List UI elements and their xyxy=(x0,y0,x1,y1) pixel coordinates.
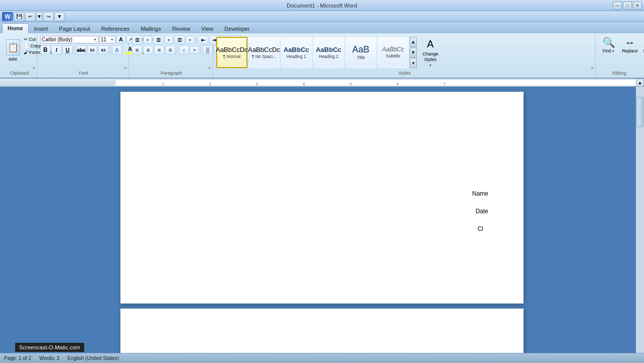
style-subtitle-label: Subtitle xyxy=(386,53,400,58)
align-center-button[interactable]: ≡ xyxy=(143,45,153,54)
maximize-button[interactable]: □ xyxy=(623,2,632,10)
bullets-button[interactable]: ☰ xyxy=(132,35,142,44)
scroll-up-button[interactable]: ▲ xyxy=(636,79,644,87)
font-expand-btn[interactable]: ↗ xyxy=(122,66,127,71)
numbering-dropdown[interactable]: ▼ xyxy=(164,36,173,44)
change-styles-icon: A xyxy=(427,37,433,50)
tab-references[interactable]: References xyxy=(96,24,135,33)
change-styles-button[interactable]: A ChangeStyles ▼ xyxy=(418,37,443,68)
doc-date-field: Date xyxy=(476,208,488,215)
subscript-button[interactable]: x2 xyxy=(87,45,97,54)
cut-label: Cut xyxy=(29,37,36,42)
bold-button[interactable]: B xyxy=(40,45,50,54)
styles-expand-dialog-btn[interactable]: ↗ xyxy=(589,66,594,71)
numbering-button[interactable]: ☰ xyxy=(153,35,163,44)
multilevel-dropdown[interactable]: ▼ xyxy=(185,36,195,44)
styles-scroll-down-btn[interactable]: ▼ xyxy=(410,47,417,57)
cut-icon: ✂ xyxy=(24,37,28,42)
paste-button[interactable]: 📋 aste xyxy=(4,35,22,66)
style-heading1-label: Heading 1 xyxy=(287,54,306,59)
tab-developer[interactable]: Developer xyxy=(219,24,255,33)
multilevel-button[interactable]: ☰ xyxy=(174,35,184,44)
tab-mailings[interactable]: Mailings xyxy=(135,24,166,33)
bullets-dropdown[interactable]: ▼ xyxy=(143,36,152,44)
document-page-1[interactable]: Name Date Cl xyxy=(120,92,524,304)
font-size-value: 11 xyxy=(101,37,106,42)
close-button[interactable]: ✕ xyxy=(633,2,642,10)
paragraph-group-label: Paragraph xyxy=(132,70,211,77)
text-effects-button[interactable]: A xyxy=(112,45,122,54)
tab-page-layout[interactable]: Page Layout xyxy=(53,24,96,33)
word-icon: W xyxy=(2,12,13,21)
style-heading2[interactable]: AaBbCc Heading 2 xyxy=(313,37,344,68)
align-right-button[interactable]: ≡ xyxy=(154,45,164,54)
undo-quick-btn[interactable]: ↩ xyxy=(25,12,35,21)
format-painter-icon: 🖌 xyxy=(24,50,28,55)
font-group-label: Font xyxy=(40,70,126,77)
tab-review[interactable]: Review xyxy=(166,24,196,33)
ruler-inner: 1 2 3 4 5 6 7 xyxy=(115,79,644,86)
style-normal[interactable]: AaBbCcDc ¶ Normal xyxy=(216,37,247,68)
italic-button[interactable]: I xyxy=(51,45,61,54)
app-title: Document1 - Microsoft Word xyxy=(287,3,357,9)
styles-scroll-up-btn[interactable]: ▲ xyxy=(410,37,417,47)
find-button[interactable]: 🔍 Find ▼ xyxy=(599,35,619,66)
editing-group: 🔍 Find ▼ ↔ Replace ▦ Select ▼ Editing xyxy=(597,34,642,78)
v-scrollbar: ▲ ▼ xyxy=(636,79,644,363)
style-subtitle-preview: AaBbCc xyxy=(382,46,404,52)
line-spacing-dropdown[interactable]: ▼ xyxy=(190,46,199,54)
page-count: Page: 1 of 2 xyxy=(4,355,31,361)
paragraph-expand-btn[interactable]: ↗ xyxy=(207,66,212,71)
editing-group-label: Editing xyxy=(599,70,640,77)
tab-insert[interactable]: Insert xyxy=(29,24,54,33)
font-grow-button[interactable]: A xyxy=(116,35,125,43)
style-normal-preview: AaBbCcDc xyxy=(216,46,248,53)
style-title-label: Title xyxy=(357,55,365,60)
save-quick-btn[interactable]: 💾 xyxy=(14,12,24,21)
clipboard-expand-btn[interactable]: ↗ xyxy=(31,66,36,71)
undo-dropdown-btn[interactable]: ▼ xyxy=(36,12,42,21)
quick-access-dropdown[interactable]: ▼ xyxy=(54,12,65,21)
underline-button[interactable]: U xyxy=(62,45,73,54)
style-no-spacing[interactable]: AaBbCcDc ¶ No Spaci... xyxy=(248,37,280,68)
style-title[interactable]: AaB Title xyxy=(345,37,376,68)
ruler: 1 2 3 4 5 6 7 xyxy=(0,79,644,87)
align-left-button[interactable]: ≡ xyxy=(132,45,142,54)
shading-button[interactable]: ▒ xyxy=(203,45,213,54)
style-heading1[interactable]: AaBbCc Heading 1 xyxy=(281,37,312,68)
watermark: Screencast-O-Matic.com xyxy=(15,343,84,352)
find-icon: 🔍 xyxy=(603,37,615,47)
scrollbar-thumb[interactable] xyxy=(636,97,643,127)
font-group: Calibri (Body) ▼ 11 ▼ A A Aa ✖ B I U abc xyxy=(38,34,129,78)
doc-content-2 xyxy=(146,329,498,353)
find-dropdown-icon[interactable]: ▼ xyxy=(611,49,615,53)
line-spacing-button[interactable]: ↕ xyxy=(179,45,189,54)
style-no-spacing-label: ¶ No Spaci... xyxy=(252,54,277,59)
style-subtitle[interactable]: AaBbCc Subtitle xyxy=(377,37,409,68)
decrease-indent-button[interactable]: ⇤ xyxy=(198,35,208,44)
redo-quick-btn[interactable]: ↪ xyxy=(43,12,53,21)
clipboard-group-label: Clipboard xyxy=(4,70,35,77)
replace-label: Replace xyxy=(622,48,637,53)
style-no-spacing-preview: AaBbCcDc xyxy=(248,46,280,53)
tab-home[interactable]: Home xyxy=(2,23,29,33)
minimize-button[interactable]: — xyxy=(613,2,622,10)
font-size-select[interactable]: 11 ▼ xyxy=(99,36,115,43)
ribbon-tabs: Home Insert Page Layout References Maili… xyxy=(0,22,644,33)
style-heading2-label: Heading 2 xyxy=(319,54,339,59)
ribbon: 📋 aste ✂ Cut 📄 Copy 🖌 Format Painter ↗ C… xyxy=(0,33,644,79)
replace-button[interactable]: ↔ Replace xyxy=(620,35,640,66)
superscript-button[interactable]: x2 xyxy=(98,45,108,54)
strikethrough-button[interactable]: abc xyxy=(76,45,86,54)
clipboard-group: 📋 aste ✂ Cut 📄 Copy 🖌 Format Painter ↗ C… xyxy=(2,34,37,78)
tab-view[interactable]: View xyxy=(196,24,219,33)
font-name-select[interactable]: Calibri (Body) ▼ xyxy=(40,36,98,43)
justify-button[interactable]: ≡ xyxy=(165,45,175,54)
document-page-2[interactable] xyxy=(120,309,524,353)
styles-expand-btn[interactable]: ▾ xyxy=(410,58,417,68)
select-button[interactable]: ▦ Select ▼ xyxy=(641,35,644,66)
paste-label: aste xyxy=(9,56,17,62)
doc-name-field: Name xyxy=(472,190,488,197)
sep-para3 xyxy=(201,46,201,53)
language-indicator: English (United States) xyxy=(68,355,119,361)
